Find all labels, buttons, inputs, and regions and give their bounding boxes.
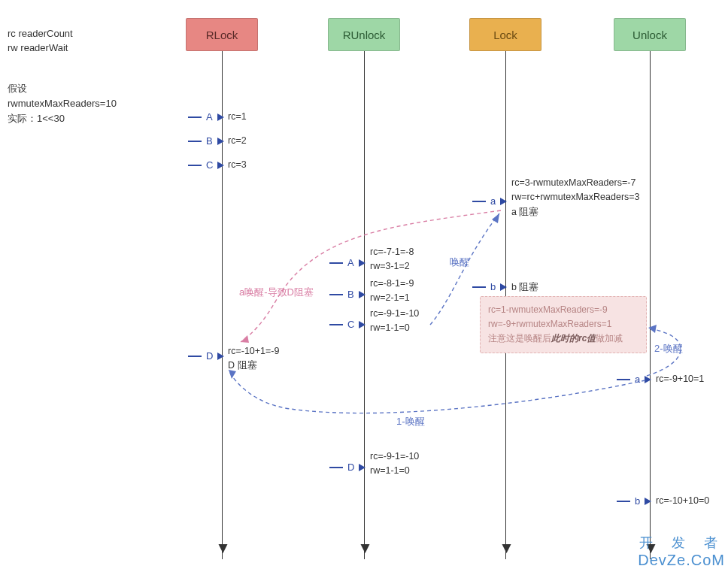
assume-l1: 假设 [8,81,117,96]
event-rlock-C: C [188,159,224,171]
event-lock-b: b [472,281,507,292]
watermark: 开 发 者 DevZe.CoM [638,534,725,569]
legend-rc: rc readerCount [8,27,73,41]
legend-rw: rw readerWait [8,41,73,56]
label-rlock-D: rc=-10+1=-9 D 阻塞 [228,344,279,374]
label-rlock-C: rc=3 [228,159,247,170]
lifeline-unlock [650,51,651,559]
lifeline-rlock [222,51,223,559]
svg-marker-0 [241,335,249,343]
event-rlock-D: D [188,350,224,362]
label-lock-a: rc=3-rwmutexMaxReaders=-7 rw=rc+rwmutexM… [511,176,640,219]
triangle-icon [217,113,224,121]
anno-wake-right: 唤醒 [450,256,469,269]
assume-l3: 实际：1<<30 [8,111,117,126]
label-rlock-A: rc=1 [228,111,247,122]
assumption-block: 假设 rwmutexMaxReaders=10 实际：1<<30 [8,81,117,126]
assume-l2: rwmutexMaxReaders=10 [8,96,117,111]
arrow-icon [188,117,202,118]
note-line-3: 注意这是唤醒后此时的rc值做加减 [488,331,639,346]
event-lock-a: a [472,195,507,207]
legend: rc readerCount rw readerWait [8,27,73,56]
label-unlock-b: rc=-10+10=0 [656,495,709,506]
note-box: rc=1-rwmutexMaxReaders=-9 rw=-9+rwmutexM… [480,296,647,353]
anno-awake-d-block: a唤醒-导致D阻塞 [239,286,314,299]
watermark-cn: 开 发 者 [638,534,725,552]
lane-header-runlock: RUnlock [328,18,400,51]
event-rlock-A: A [188,111,224,123]
svg-marker-1 [492,213,499,223]
label-runlock-D: rc=-9-1=-10 rw=1-1=0 [370,449,419,479]
event-unlock-a: a [617,374,651,385]
watermark-en: DevZe.CoM [638,552,725,569]
event-unlock-b: b [617,495,651,507]
event-runlock-A: A [329,257,366,268]
event-runlock-B: B [329,289,366,300]
lane-header-rlock: RLock [186,18,258,51]
event-rlock-B: B [188,135,224,147]
label-rlock-B: rc=2 [228,135,247,146]
anno-wake-2: 2-唤醒 [654,342,683,356]
lifeline-runlock [364,51,365,559]
anno-wake-1: 1-唤醒 [396,415,425,428]
lane-header-unlock: Unlock [614,18,686,51]
label-lock-b: b 阻塞 [511,281,538,294]
event-runlock-C: C [329,319,366,330]
lane-header-lock: Lock [469,18,541,51]
label-runlock-A: rc=-7-1=-8 rw=3-1=2 [370,245,414,274]
label-unlock-a: rc=-9+10=1 [656,374,704,384]
label-runlock-C: rc=-9-1=-10 rw=1-1=0 [370,307,419,336]
event-runlock-D: D [329,462,366,473]
label-runlock-B: rc=-8-1=-9 rw=2-1=1 [370,277,414,306]
